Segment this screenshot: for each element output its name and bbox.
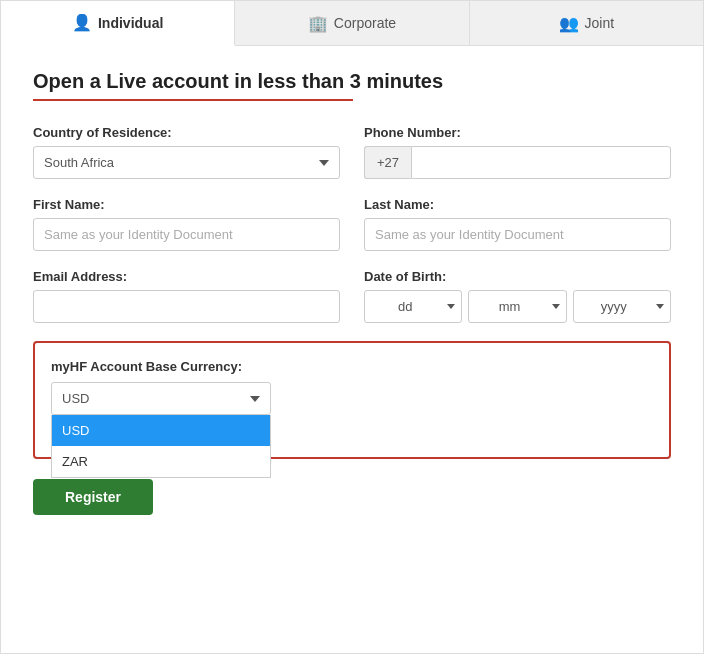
currency-select[interactable]: USD ZAR <box>51 382 271 415</box>
group-lastname: Last Name: <box>364 197 671 251</box>
lastname-input[interactable] <box>364 218 671 251</box>
group-firstname: First Name: <box>33 197 340 251</box>
group-phone: Phone Number: +27 <box>364 125 671 179</box>
phone-label: Phone Number: <box>364 125 671 140</box>
dob-label: Date of Birth: <box>364 269 671 284</box>
tab-joint[interactable]: 👥 Joint <box>470 1 703 45</box>
group-dob: Date of Birth: dd mm yyyy <box>364 269 671 323</box>
dob-group: dd mm yyyy <box>364 290 671 323</box>
row-country-phone: Country of Residence: South Africa Unite… <box>33 125 671 179</box>
country-label: Country of Residence: <box>33 125 340 140</box>
tab-individual-label: Individual <box>98 15 163 31</box>
corporate-icon: 🏢 <box>308 14 328 33</box>
currency-dropdown-wrapper: USD ZAR USD ZAR <box>51 382 271 415</box>
currency-section-label: myHF Account Base Currency: <box>51 359 653 374</box>
tab-joint-label: Joint <box>585 15 615 31</box>
country-select[interactable]: South Africa United States United Kingdo… <box>33 146 340 179</box>
tab-corporate-label: Corporate <box>334 15 396 31</box>
firstname-input[interactable] <box>33 218 340 251</box>
currency-dropdown-options: USD ZAR <box>51 415 271 478</box>
tab-bar: 👤 Individual 🏢 Corporate 👥 Joint <box>1 1 703 46</box>
currency-section: myHF Account Base Currency: USD ZAR USD … <box>33 341 671 459</box>
main-container: 👤 Individual 🏢 Corporate 👥 Joint Open a … <box>0 0 704 654</box>
phone-input[interactable] <box>411 146 671 179</box>
lastname-label: Last Name: <box>364 197 671 212</box>
row-email-dob: Email Address: Date of Birth: dd mm yyyy <box>33 269 671 323</box>
page-title: Open a Live account in less than 3 minut… <box>33 70 671 93</box>
register-button[interactable]: Register <box>33 479 153 515</box>
currency-option-zar-item[interactable]: ZAR <box>52 446 270 477</box>
firstname-label: First Name: <box>33 197 340 212</box>
individual-icon: 👤 <box>72 13 92 32</box>
email-input[interactable] <box>33 290 340 323</box>
tab-corporate[interactable]: 🏢 Corporate <box>235 1 469 45</box>
group-email: Email Address: <box>33 269 340 323</box>
joint-icon: 👥 <box>559 14 579 33</box>
tab-individual[interactable]: 👤 Individual <box>1 1 235 46</box>
currency-option-usd-item[interactable]: USD <box>52 415 270 446</box>
dob-mm-select[interactable]: mm <box>468 290 566 323</box>
title-underline <box>33 99 353 101</box>
dob-dd-select[interactable]: dd <box>364 290 462 323</box>
form-content: Open a Live account in less than 3 minut… <box>1 46 703 539</box>
phone-prefix: +27 <box>364 146 411 179</box>
email-label: Email Address: <box>33 269 340 284</box>
dob-yyyy-select[interactable]: yyyy <box>573 290 671 323</box>
row-names: First Name: Last Name: <box>33 197 671 251</box>
phone-group: +27 <box>364 146 671 179</box>
group-country: Country of Residence: South Africa Unite… <box>33 125 340 179</box>
